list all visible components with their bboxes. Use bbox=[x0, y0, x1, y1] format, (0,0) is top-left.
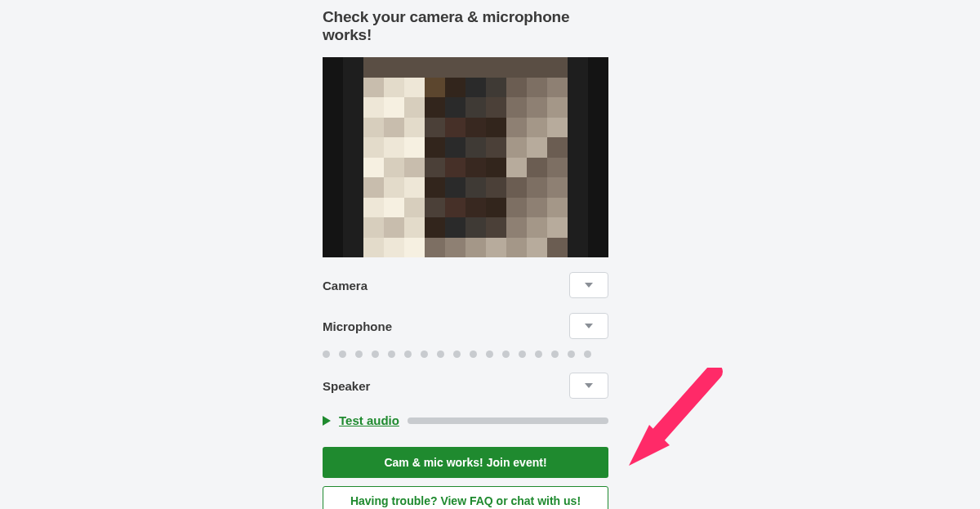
mic-level-dot bbox=[323, 350, 330, 358]
device-check-card: Check your camera & microphone works! Ca… bbox=[323, 8, 608, 509]
mic-level-dot bbox=[388, 350, 395, 358]
mic-level-dot bbox=[453, 350, 461, 358]
mic-level-dot bbox=[355, 350, 363, 358]
mic-level-dot bbox=[372, 350, 379, 358]
speaker-row: Speaker bbox=[323, 373, 608, 399]
mic-level-dot bbox=[551, 350, 559, 358]
microphone-dropdown[interactable] bbox=[569, 313, 608, 339]
camera-preview bbox=[323, 57, 608, 257]
join-event-button[interactable]: Cam & mic works! Join event! bbox=[323, 447, 608, 478]
mic-level-indicator bbox=[323, 350, 608, 358]
microphone-label: Microphone bbox=[323, 319, 392, 333]
mic-level-dot bbox=[470, 350, 477, 358]
mic-level-dot bbox=[339, 350, 346, 358]
mic-level-dot bbox=[404, 350, 412, 358]
microphone-row: Microphone bbox=[323, 313, 608, 339]
speaker-dropdown[interactable] bbox=[569, 373, 608, 399]
audio-progress-bar[interactable] bbox=[408, 417, 608, 424]
mic-level-dot bbox=[519, 350, 526, 358]
mic-level-dot bbox=[568, 350, 575, 358]
mic-level-dot bbox=[437, 350, 444, 358]
test-audio-row: Test audio bbox=[323, 413, 608, 427]
mic-level-dot bbox=[421, 350, 428, 358]
annotation-arrow bbox=[621, 368, 727, 474]
speaker-label: Speaker bbox=[323, 379, 370, 393]
chevron-down-icon bbox=[585, 324, 593, 328]
test-audio-link[interactable]: Test audio bbox=[339, 413, 399, 427]
mic-level-dot bbox=[486, 350, 493, 358]
mic-level-dot bbox=[502, 350, 510, 358]
chevron-down-icon bbox=[585, 383, 593, 388]
camera-dropdown[interactable] bbox=[569, 272, 608, 298]
help-button[interactable]: Having trouble? View FAQ or chat with us… bbox=[323, 486, 608, 509]
camera-row: Camera bbox=[323, 272, 608, 298]
chevron-down-icon bbox=[585, 283, 593, 288]
page-title: Check your camera & microphone works! bbox=[323, 8, 608, 44]
mic-level-dot bbox=[535, 350, 542, 358]
svg-marker-0 bbox=[629, 425, 670, 466]
play-icon bbox=[323, 416, 331, 426]
mic-level-dot bbox=[584, 350, 591, 358]
camera-label: Camera bbox=[323, 279, 368, 292]
